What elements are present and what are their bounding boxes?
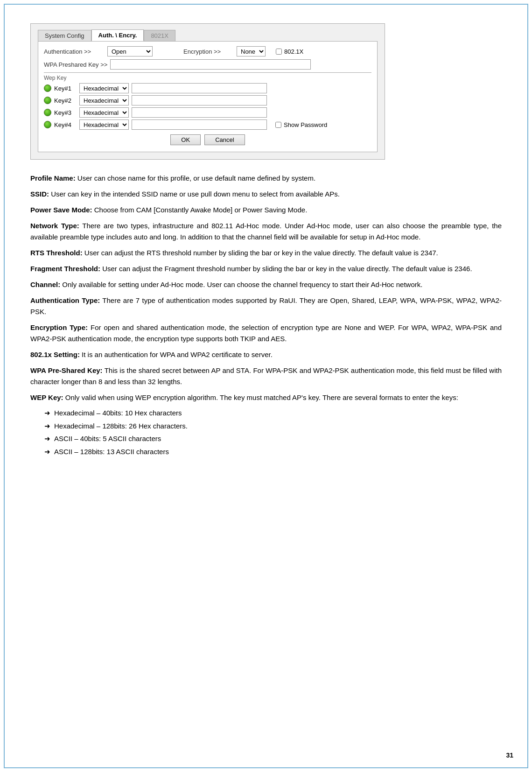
key2-indicator [44, 97, 51, 104]
key1-name: Key#1 [54, 85, 77, 92]
term-network-type: Network Type: [30, 222, 79, 230]
arrow-icon-3: ➜ [44, 447, 50, 457]
key-row-1: Key#1 Hexadecimal ASCII [44, 83, 371, 93]
show-password-wrap: Show Password [275, 121, 327, 128]
wpa-input[interactable] [110, 59, 311, 70]
desc-rts: RTS Threshold: User can adjust the RTS t… [30, 247, 502, 259]
ok-button[interactable]: OK [170, 134, 201, 145]
term-channel: Channel: [30, 281, 60, 288]
tabs-row: System Config Auth. \ Encry. 8021X [38, 29, 378, 41]
text-8021x: It is an authentication for WPA and WPA2… [80, 351, 273, 358]
desc-wep-key: WEP Key: Only valid when using WEP encry… [30, 392, 502, 403]
desc-auth-type: Authentication Type: There are 7 type of… [30, 295, 502, 317]
key2-name: Key#2 [54, 97, 77, 104]
key2-input[interactable] [132, 95, 267, 105]
arrow-icon-1: ➜ [44, 421, 50, 432]
text-ssid: User can key in the intended SSID name o… [49, 190, 340, 198]
term-8021x: 802.1x Setting: [30, 351, 80, 358]
ok-cancel-row: OK Cancel [44, 134, 371, 145]
term-wep-key: WEP Key: [30, 393, 63, 401]
bullet-item-1: ➜ Hexadecimal – 128bits: 26 Hex characte… [44, 421, 502, 432]
key3-type-select[interactable]: Hexadecimal ASCII [79, 107, 129, 118]
wpa-label: WPA Preshared Key >> [44, 61, 107, 68]
tab-auth-encry[interactable]: Auth. \ Encry. [91, 29, 144, 41]
auth-select-wrap: Open Shared LEAP WPA WPA-PSK WPA2 WPA2-P… [107, 46, 153, 56]
term-rts: RTS Threshold: [30, 249, 83, 257]
key-row-2: Key#2 Hexadecimal ASCII [44, 95, 371, 105]
dialog-box: System Config Auth. \ Encry. 8021X Authe… [30, 23, 385, 160]
auth-label: Authentication >> [44, 48, 105, 55]
term-fragment: Fragment Threshold: [30, 265, 100, 273]
desc-power-save: Power Save Mode: Choose from CAM [Consta… [30, 204, 502, 216]
term-wpa-psk: WPA Pre-Shared Key: [30, 366, 103, 374]
desc-encrypt-type: Encryption Type: For open and shared aut… [30, 322, 502, 344]
desc-network-type: Network Type: There are two types, infra… [30, 220, 502, 243]
desc-wpa-psk: WPA Pre-Shared Key: This is the shared s… [30, 365, 502, 387]
page-number: 31 [506, 751, 513, 759]
key3-indicator [44, 109, 51, 116]
encrypt-select[interactable]: None WEP TKIP AES [237, 46, 266, 56]
key-row-3: Key#3 Hexadecimal ASCII [44, 107, 371, 118]
wpa-row: WPA Preshared Key >> [44, 59, 371, 70]
desc-fragment: Fragment Threshold: User can adjust the … [30, 263, 502, 274]
key4-indicator [44, 121, 51, 128]
key4-type-select[interactable]: Hexadecimal ASCII [79, 119, 129, 130]
bullet-text-1: Hexadecimal – 128bits: 26 Hex characters… [54, 421, 188, 432]
desc-channel: Channel: Only available for setting unde… [30, 279, 502, 290]
term-ssid: SSID: [30, 190, 49, 198]
outer-frame: System Config Auth. \ Encry. 8021X Authe… [4, 4, 528, 768]
bullet-text-3: ASCII – 128bits: 13 ASCII characters [54, 447, 169, 457]
text-rts: User can adjust the RTS threshold number… [83, 249, 438, 257]
arrow-icon-2: ➜ [44, 434, 50, 444]
term-power-save: Power Save Mode: [30, 206, 92, 214]
key4-input[interactable] [132, 119, 267, 130]
key2-type-select[interactable]: Hexadecimal ASCII [79, 95, 129, 105]
text-profile-name: User can chose name for this profile, or… [76, 174, 315, 182]
term-profile-name: Profile Name: [30, 174, 76, 182]
text-fragment: User can adjust the Fragment threshold n… [100, 265, 472, 273]
desc-ssid: SSID: User can key in the intended SSID … [30, 189, 502, 200]
tab-system-config[interactable]: System Config [38, 30, 91, 41]
term-encrypt-type: Encryption Type: [30, 323, 88, 331]
8021x-checkbox[interactable] [276, 49, 282, 55]
key1-indicator [44, 84, 51, 92]
auth-row: Authentication >> Open Shared LEAP WPA W… [44, 46, 371, 56]
arrow-icon-0: ➜ [44, 408, 50, 419]
bullet-text-0: Hexadecimal – 40bits: 10 Hex characters [54, 408, 182, 419]
key3-name: Key#3 [54, 109, 77, 116]
inner-content: System Config Auth. \ Encry. 8021X Authe… [5, 5, 527, 485]
text-network-type: There are two types, infrastructure and … [30, 222, 502, 241]
bullet-item-3: ➜ ASCII – 128bits: 13 ASCII characters [44, 447, 502, 457]
encrypt-area: Encryption >> None WEP TKIP AES 802.1X [183, 46, 303, 56]
encrypt-label: Encryption >> [183, 48, 235, 55]
text-wep-key: Only valid when using WEP encryption alg… [63, 393, 458, 401]
bullet-item-2: ➜ ASCII – 40bits: 5 ASCII characters [44, 434, 502, 444]
text-power-save: Choose from CAM [Constantly Awake Mode] … [92, 206, 308, 214]
show-password-label: Show Password [284, 121, 327, 128]
key4-name: Key#4 [54, 121, 77, 128]
bullet-item-0: ➜ Hexadecimal – 40bits: 10 Hex character… [44, 408, 502, 419]
text-channel: Only available for setting under Ad-Hoc … [60, 281, 422, 288]
bullet-text-2: ASCII – 40bits: 5 ASCII characters [54, 434, 161, 444]
desc-profile-name: Profile Name: User can chose name for th… [30, 173, 502, 184]
wep-key-section: Wep Key Key#1 Hexadecimal ASCII Key#2 [44, 72, 371, 130]
term-auth-type: Authentication Type: [30, 296, 100, 304]
show-password-checkbox[interactable] [275, 122, 281, 128]
bullet-list: ➜ Hexadecimal – 40bits: 10 Hex character… [44, 408, 502, 457]
tab-panel: Authentication >> Open Shared LEAP WPA W… [38, 41, 378, 152]
text-auth-type: There are 7 type of authentication modes… [30, 296, 502, 316]
8021x-label: 802.1X [284, 48, 303, 55]
desc-8021x: 802.1x Setting: It is an authentication … [30, 349, 502, 360]
key-row-4: Key#4 Hexadecimal ASCII Show Password [44, 119, 371, 130]
cancel-button[interactable]: Cancel [204, 134, 245, 145]
key3-input[interactable] [132, 107, 267, 118]
key1-input[interactable] [132, 83, 267, 93]
8021x-wrap: 802.1X [276, 48, 303, 55]
auth-select[interactable]: Open Shared LEAP WPA WPA-PSK WPA2 WPA2-P… [107, 46, 153, 56]
key1-type-select[interactable]: Hexadecimal ASCII [79, 83, 129, 93]
tab-8021x[interactable]: 8021X [144, 30, 175, 41]
text-encrypt-type: For open and shared authentication mode,… [30, 323, 502, 343]
wep-key-label: Wep Key [44, 75, 371, 81]
